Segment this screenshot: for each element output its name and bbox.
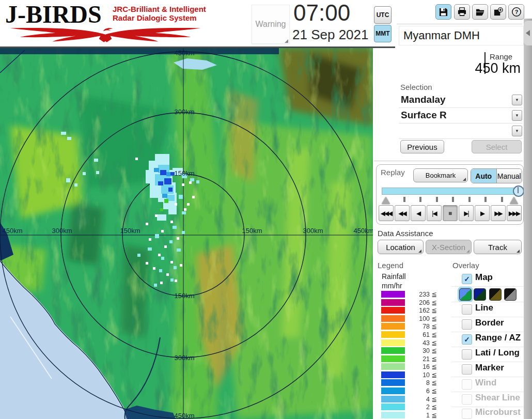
product-dropdown-button[interactable]: ▼ xyxy=(512,110,522,121)
extra-dropdown-button[interactable]: ▼ xyxy=(512,126,522,136)
replay-tick xyxy=(452,197,454,202)
control-panel: Range 450 km Selection Mandalay ▼ Surfac… xyxy=(373,48,524,419)
marker-checkbox[interactable] xyxy=(462,364,472,375)
lati-long-checkbox[interactable] xyxy=(462,349,472,360)
track-button[interactable]: Track xyxy=(474,240,522,254)
replay-slider-handle[interactable] xyxy=(513,185,524,197)
auto-mode-button[interactable]: Auto xyxy=(471,169,496,183)
radar-map-area[interactable]: 450km 300km 150km 150km 300km 450km 450k… xyxy=(0,48,373,419)
legend-swatch xyxy=(381,396,405,402)
selection-label: Selection xyxy=(400,83,432,91)
legend-value: 43 ≦ xyxy=(407,339,437,347)
location-button[interactable]: Location xyxy=(378,240,424,254)
replay-tick xyxy=(484,197,487,202)
logo-title: J-BIRDS xyxy=(5,0,102,28)
add-image-button[interactable] xyxy=(490,4,506,20)
jbirds-app: J-BIRDS JRC-Brilliant & Intelligent Rada… xyxy=(0,0,532,419)
overlay-item-microburst: Microburst xyxy=(475,407,521,417)
step-forward-button[interactable]: ▶| xyxy=(459,205,474,221)
bookmark-button[interactable]: Bookmark xyxy=(413,168,468,182)
mmt-button[interactable]: MMT xyxy=(374,25,392,42)
replay-progress-slider[interactable] xyxy=(382,188,520,195)
step-back-button[interactable]: |◀ xyxy=(427,205,442,221)
line-checkbox[interactable] xyxy=(462,304,472,315)
legend-swatch xyxy=(381,404,405,410)
print-button[interactable] xyxy=(454,4,470,20)
warning-label: Warning xyxy=(256,20,286,29)
product-dropdown[interactable]: Surface R ▼ xyxy=(399,108,523,123)
ring-label-bottom-450: 450km xyxy=(174,412,194,419)
manual-mode-button[interactable]: Manual xyxy=(496,169,522,183)
ring-label-right-150: 150km xyxy=(242,227,262,235)
panel-collapse-tab[interactable] xyxy=(524,21,532,45)
overlay-label: Overlay xyxy=(452,261,479,270)
legend-swatch xyxy=(381,379,405,386)
shear-line-checkbox xyxy=(462,394,472,405)
logo-tagline-line1: JRC-Brilliant & Intelligent xyxy=(113,5,206,13)
overlay-divider xyxy=(451,377,524,377)
station-name: Myanmar DMH xyxy=(399,26,524,45)
clock-time: 07:00 xyxy=(293,0,350,26)
menu-grip-icon xyxy=(517,250,520,253)
save-button[interactable] xyxy=(435,4,451,20)
help-icon: ? xyxy=(511,7,522,17)
check-icon: ✓ xyxy=(464,275,470,283)
overlay-divider xyxy=(451,347,524,347)
previous-button[interactable]: Previous xyxy=(400,140,444,153)
overlay-item-range-az: Range / AZ xyxy=(475,333,521,343)
extra-dropdown[interactable]: ▼ xyxy=(399,124,523,139)
legend-value: 4 ≦ xyxy=(407,395,437,403)
play-backward-button[interactable]: ◀ xyxy=(411,205,426,221)
legend-value: 16 ≦ xyxy=(407,363,437,370)
map-style-swatch-1[interactable] xyxy=(459,288,472,301)
legend-swatch xyxy=(381,291,405,298)
add-image-icon xyxy=(493,7,503,17)
replay-end-marker[interactable] xyxy=(510,197,518,204)
legend-value: 206 ≦ xyxy=(407,299,437,306)
section-divider xyxy=(374,161,523,161)
chevron-down-icon: ▼ xyxy=(515,98,519,102)
site-dropdown-button[interactable]: ▼ xyxy=(512,95,522,105)
map-style-swatch-4[interactable] xyxy=(504,288,517,301)
utc-button[interactable]: UTC xyxy=(374,6,392,24)
open-file-button[interactable] xyxy=(472,4,488,20)
map-checkbox[interactable]: ✓ xyxy=(462,274,472,284)
legend-swatch xyxy=(381,371,405,378)
legend-swatch xyxy=(381,307,405,314)
rewind-button[interactable]: ◀◀ xyxy=(395,205,410,221)
play-button[interactable]: ▶ xyxy=(475,205,490,221)
xsection-button[interactable]: X-Section xyxy=(426,240,472,254)
eagle-icon xyxy=(7,25,204,43)
toolbar-divider xyxy=(397,24,522,24)
overlay-item-line: Line xyxy=(475,303,493,313)
ring-label-bottom-300: 300km xyxy=(174,354,194,362)
legend-swatch xyxy=(381,387,405,394)
header-toolbar: ? Myanmar DMH xyxy=(395,0,524,48)
ring-label-right-300: 300km xyxy=(303,227,323,235)
ring-label-top-150: 150km xyxy=(174,169,194,177)
map-style-swatch-2[interactable] xyxy=(474,288,486,301)
replay-tick xyxy=(419,197,421,202)
help-button[interactable]: ? xyxy=(508,4,524,20)
chevron-down-icon: ▼ xyxy=(515,129,519,133)
warning-panel[interactable]: Warning xyxy=(252,5,290,44)
range-az-checkbox[interactable]: ✓ xyxy=(462,334,472,345)
border-checkbox[interactable] xyxy=(462,319,472,330)
overlay-item-wind: Wind xyxy=(475,378,496,388)
replay-mode-toggle: Auto Manual xyxy=(471,168,522,183)
stop-button[interactable]: ■ xyxy=(443,205,458,221)
fast-rewind-button[interactable]: ◀◀◀ xyxy=(379,205,394,221)
select-button[interactable]: Select xyxy=(472,140,522,153)
legend-value: 1 ≦ xyxy=(407,411,437,419)
replay-tick xyxy=(468,197,471,202)
replay-start-marker[interactable] xyxy=(382,197,390,204)
site-dropdown[interactable]: Mandalay ▼ xyxy=(399,93,523,108)
legend-value: 10 ≦ xyxy=(407,371,437,379)
save-icon xyxy=(439,7,448,17)
legend-value: 233 ≦ xyxy=(407,290,437,298)
fast-forward-button[interactable]: ▶▶ xyxy=(491,205,506,221)
fastest-forward-button[interactable]: ▶▶▶ xyxy=(507,205,522,221)
microburst-checkbox xyxy=(462,409,472,419)
radar-map[interactable]: 450km 300km 150km 150km 300km 450km 450k… xyxy=(0,48,373,419)
map-style-swatch-3[interactable] xyxy=(489,288,502,301)
